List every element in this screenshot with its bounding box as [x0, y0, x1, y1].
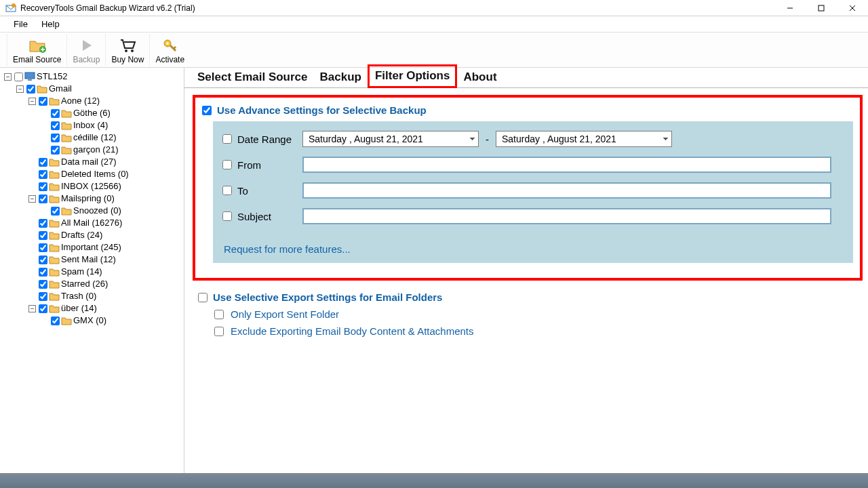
- close-button[interactable]: [837, 0, 868, 16]
- tree-node[interactable]: Data mail (27): [28, 156, 184, 168]
- tab-select-email-source[interactable]: Select Email Source: [191, 67, 314, 88]
- maximize-button[interactable]: [806, 0, 837, 16]
- date-from-select[interactable]: Saturday , August 21, 2021: [302, 131, 479, 147]
- exclude-body-checkbox[interactable]: [214, 327, 224, 336]
- folder-icon: [49, 157, 60, 167]
- subject-checkbox[interactable]: [222, 211, 232, 221]
- tree-node-uber[interactable]: − über (14): [28, 302, 184, 314]
- tree-checkbox[interactable]: [39, 243, 47, 252]
- subject-input[interactable]: [302, 208, 831, 224]
- tree-checkbox[interactable]: [39, 231, 47, 240]
- tree-node-mailspring[interactable]: − Mailspring (0): [28, 192, 184, 205]
- exclude-body-label: Exclude Exporting Email Body Content & A…: [231, 325, 474, 337]
- tree-node-gmail[interactable]: − Gmail: [16, 83, 184, 95]
- tab-filter-options[interactable]: Filter Options: [368, 64, 458, 88]
- tree-label: garçon (21): [73, 144, 118, 156]
- collapse-icon[interactable]: −: [28, 98, 36, 105]
- from-option[interactable]: From: [222, 159, 302, 171]
- only-sent-option[interactable]: Only Export Sent Folder: [214, 308, 863, 320]
- collapse-icon[interactable]: −: [28, 305, 36, 312]
- advance-settings-heading[interactable]: Use Advance Settings for Selective Backu…: [202, 104, 853, 116]
- tree-label: Deleted Items (0): [61, 168, 129, 180]
- collapse-icon[interactable]: −: [28, 195, 36, 203]
- tree-checkbox[interactable]: [39, 195, 47, 203]
- from-checkbox[interactable]: [222, 160, 232, 169]
- tree-label: INBOX (12566): [61, 180, 121, 192]
- title-bar: RecoveryTools Gmail Backup Wizard v6.2 (…: [0, 0, 868, 16]
- tree-node-aone[interactable]: − Aone (12): [28, 95, 184, 107]
- tree-checkbox[interactable]: [26, 85, 35, 94]
- tree-node[interactable]: Deleted Items (0): [28, 168, 184, 180]
- to-input[interactable]: [302, 182, 831, 199]
- collapse-icon[interactable]: −: [4, 73, 12, 81]
- tree-node[interactable]: Sent Mail (12): [28, 253, 184, 266]
- folder-tree[interactable]: − STL152 − Gmail: [0, 68, 184, 473]
- tree-checkbox[interactable]: [39, 304, 47, 313]
- tree-checkbox[interactable]: [39, 280, 47, 289]
- email-source-button[interactable]: Email Source: [7, 35, 66, 66]
- buy-now-button[interactable]: Buy Now: [105, 35, 149, 66]
- tree-checkbox[interactable]: [51, 121, 60, 130]
- backup-button[interactable]: Backup: [66, 35, 105, 66]
- svg-point-10: [166, 42, 169, 45]
- date-range-label: Date Range: [237, 134, 292, 145]
- menu-file[interactable]: File: [7, 18, 35, 30]
- request-features-link[interactable]: Request for more features...: [224, 243, 844, 255]
- tree-checkbox[interactable]: [39, 219, 47, 228]
- app-icon: [5, 3, 16, 14]
- date-range-option[interactable]: Date Range: [222, 134, 302, 145]
- tree-checkbox[interactable]: [51, 134, 60, 142]
- tree-node[interactable]: Starred (26): [28, 278, 184, 290]
- tree-node[interactable]: garçon (21): [41, 144, 184, 156]
- tree-checkbox[interactable]: [51, 317, 60, 325]
- subject-option[interactable]: Subject: [222, 211, 302, 222]
- tab-about[interactable]: About: [457, 67, 502, 88]
- tree-node[interactable]: INBOX (12566): [28, 180, 184, 192]
- from-input[interactable]: [302, 157, 831, 173]
- selective-export-heading[interactable]: Use Selective Export Settings for Email …: [198, 291, 863, 303]
- date-range-checkbox[interactable]: [222, 134, 232, 144]
- tree-node-root[interactable]: − STL152: [4, 70, 184, 83]
- date-to-select[interactable]: Saturday , August 21, 2021: [496, 131, 672, 147]
- tree-node[interactable]: cédille (12): [41, 131, 184, 144]
- tree-node[interactable]: Drafts (24): [28, 229, 184, 241]
- tree-node[interactable]: Snoozed (0): [41, 205, 184, 217]
- status-bar: [0, 473, 868, 488]
- only-sent-checkbox[interactable]: [214, 310, 224, 319]
- advance-settings-checkbox[interactable]: [202, 106, 212, 115]
- menu-help[interactable]: Help: [35, 18, 66, 30]
- tree-node[interactable]: GMX (0): [41, 314, 184, 327]
- tree-checkbox[interactable]: [39, 182, 47, 191]
- tree-checkbox[interactable]: [39, 97, 47, 106]
- tree-label: Spam (14): [61, 266, 102, 278]
- tree-checkbox[interactable]: [39, 268, 47, 277]
- from-label: From: [237, 159, 261, 171]
- tree-checkbox[interactable]: [39, 170, 47, 179]
- exclude-body-option[interactable]: Exclude Exporting Email Body Content & A…: [214, 325, 863, 337]
- tab-backup[interactable]: Backup: [314, 67, 368, 88]
- to-option[interactable]: To: [222, 185, 302, 197]
- tree-node[interactable]: All Mail (16276): [28, 217, 184, 229]
- tree-checkbox[interactable]: [51, 146, 60, 155]
- svg-rect-12: [28, 79, 32, 81]
- selective-export-label: Use Selective Export Settings for Email …: [213, 291, 442, 303]
- selective-export-checkbox[interactable]: [198, 293, 208, 302]
- tree-checkbox[interactable]: [39, 256, 47, 264]
- folder-icon: [49, 194, 60, 203]
- tree-node[interactable]: Trash (0): [28, 290, 184, 302]
- tree-node[interactable]: Inbox (4): [41, 119, 184, 131]
- tree-checkbox[interactable]: [39, 292, 47, 301]
- tree-checkbox[interactable]: [51, 109, 60, 118]
- activate-button[interactable]: Activate: [149, 35, 190, 66]
- to-checkbox[interactable]: [222, 186, 232, 195]
- tree-checkbox[interactable]: [14, 73, 23, 81]
- tree-checkbox[interactable]: [39, 158, 47, 167]
- folder-icon: [37, 84, 47, 94]
- tree-node[interactable]: Important (245): [28, 241, 184, 253]
- minimize-button[interactable]: [774, 0, 806, 16]
- tree-node[interactable]: Göthe (6): [41, 107, 184, 119]
- tree-node[interactable]: Spam (14): [28, 266, 184, 278]
- tree-checkbox[interactable]: [51, 207, 60, 216]
- activate-label: Activate: [155, 55, 184, 64]
- collapse-icon[interactable]: −: [16, 85, 24, 93]
